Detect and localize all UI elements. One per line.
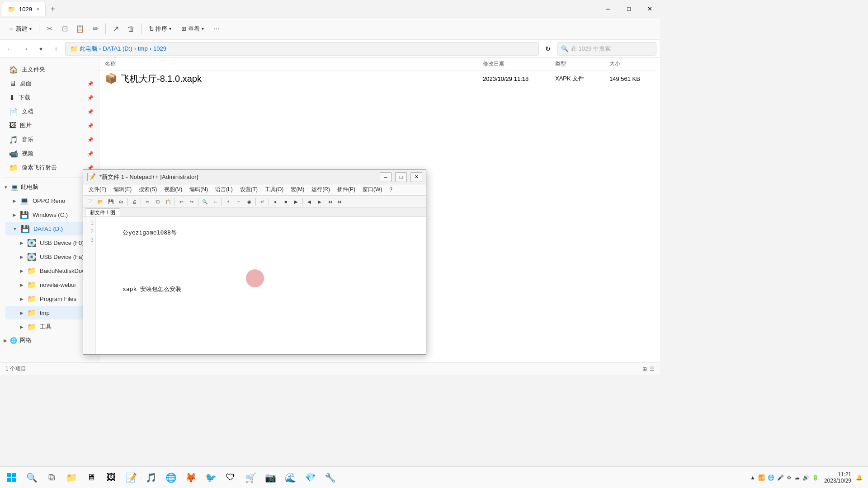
notepad-minimize-button[interactable]: ─	[380, 172, 392, 182]
notepad-close-button[interactable]: ✕	[410, 172, 422, 182]
browser5-button[interactable]: 💎	[302, 469, 318, 486]
menu-run[interactable]: 运行(R)	[308, 185, 334, 194]
notification-icon[interactable]: 🔔	[856, 474, 863, 481]
recent-button[interactable]: ▾	[34, 42, 47, 55]
onedrive-icon[interactable]: ☁	[794, 474, 800, 481]
np-save-all-tool[interactable]: 🗂	[116, 197, 126, 206]
word-button[interactable]: 📝	[123, 469, 139, 486]
delete-button[interactable]: 🗑	[124, 22, 138, 36]
np-macro2-tool[interactable]: ■	[281, 197, 291, 206]
sidebar-item-home[interactable]: 🏠 主文件夹	[2, 63, 97, 76]
minimize-button[interactable]: ─	[598, 0, 618, 18]
search-box[interactable]: 🔍 在 1029 中搜索	[557, 42, 656, 56]
path-computer[interactable]: 此电脑	[80, 45, 97, 53]
copy-button[interactable]: ⊡	[57, 22, 72, 36]
np-first-tool[interactable]: ⏮	[325, 197, 335, 206]
np-copy-tool[interactable]: ⊡	[153, 197, 163, 206]
sort-button[interactable]: ⇅ 排序 ▾	[144, 23, 176, 35]
np-macro1-tool[interactable]: ●	[270, 197, 280, 206]
sidebar-item-docs[interactable]: 📄 文档 📌	[2, 105, 97, 118]
volume-icon[interactable]: 🔊	[802, 474, 809, 481]
photos2-button[interactable]: 📷	[262, 469, 278, 486]
editor-content[interactable]: 公yezigame1088号 xapk 安装包怎么安装	[98, 217, 426, 305]
menu-language[interactable]: 语言(L)	[212, 185, 236, 194]
browser3-button[interactable]: 🐦	[203, 469, 219, 486]
close-button[interactable]: ✕	[639, 0, 660, 18]
sidebar-item-music[interactable]: 🎵 音乐 📌	[2, 133, 97, 146]
np-prev-tool[interactable]: ◀	[304, 197, 314, 206]
mic-icon[interactable]: 🎤	[777, 474, 784, 481]
settings-tray-icon[interactable]: ⚙	[787, 474, 792, 481]
notepad-maximize-button[interactable]: □	[395, 172, 407, 182]
notepad-tab-file1[interactable]: 新文件 1 图	[85, 208, 120, 216]
header-size[interactable]: 大小	[609, 60, 655, 68]
menu-macro[interactable]: 宏(M)	[287, 185, 308, 194]
np-find-tool[interactable]: 🔍	[200, 197, 210, 206]
sidebar-item-desktop[interactable]: 🖥 桌面 📌	[2, 77, 97, 90]
np-zoom-out-tool[interactable]: −	[234, 197, 244, 206]
np-zoom-in-tool[interactable]: +	[223, 197, 233, 206]
np-open-tool[interactable]: 📂	[95, 197, 105, 206]
sidebar-item-videos[interactable]: 📹 视频 📌	[2, 147, 97, 160]
np-new-tool[interactable]: 📄	[85, 197, 95, 206]
menu-view[interactable]: 视图(V)	[160, 185, 186, 194]
menu-settings[interactable]: 设置(T)	[236, 185, 261, 194]
header-name[interactable]: 名称	[105, 60, 483, 68]
path-drive[interactable]: DATA1 (D:)	[103, 45, 132, 52]
menu-window[interactable]: 窗口(W)	[359, 185, 386, 194]
view-list-icon[interactable]: ☰	[650, 366, 655, 372]
np-restore-zoom-tool[interactable]: ◉	[244, 197, 254, 206]
view-button[interactable]: ⊞ 查看 ▾	[177, 23, 208, 35]
view-grid-icon[interactable]: ⊞	[642, 366, 647, 372]
more-button[interactable]: ···	[209, 22, 224, 36]
cut-button[interactable]: ✂	[42, 22, 57, 36]
store-button[interactable]: 🛒	[242, 469, 259, 486]
sidebar-item-downloads[interactable]: ⬇ 下载 📌	[2, 91, 97, 104]
share-button[interactable]: ↗	[108, 22, 123, 36]
new-button[interactable]: ＋ 新建 ▾	[4, 23, 36, 35]
menu-edit[interactable]: 编辑(E)	[110, 185, 135, 194]
up-button[interactable]: ↑	[50, 42, 62, 55]
np-cut-tool[interactable]: ✂	[142, 197, 152, 206]
forward-button[interactable]: →	[19, 42, 32, 55]
rename-button[interactable]: ✏	[88, 22, 103, 36]
browser1-button[interactable]: 🌐	[163, 469, 179, 486]
start-button[interactable]	[4, 469, 20, 486]
header-date[interactable]: 修改日期	[483, 60, 555, 68]
battery-icon[interactable]: 🔋	[812, 474, 819, 481]
refresh-button[interactable]: ↻	[542, 42, 554, 55]
back-button[interactable]: ←	[4, 42, 16, 55]
maximize-button[interactable]: □	[618, 0, 639, 18]
np-print-tool[interactable]: 🖨	[129, 197, 139, 206]
paste-button[interactable]: 📋	[73, 22, 87, 36]
explorer-tab[interactable]: 📁 1029 ✕	[2, 2, 46, 16]
np-last-tool[interactable]: ⏭	[335, 197, 345, 206]
sidebar-item-pictures[interactable]: 🖼 图片 📌	[2, 119, 97, 132]
menu-tools[interactable]: 工具(O)	[261, 185, 287, 194]
app-button[interactable]: 🔧	[322, 469, 338, 486]
browser4-button[interactable]: 🌊	[282, 469, 298, 486]
menu-encode[interactable]: 编码(N)	[186, 185, 212, 194]
photos-button[interactable]: 🖼	[103, 469, 119, 486]
menu-search[interactable]: 搜索(S)	[135, 185, 160, 194]
np-undo-tool[interactable]: ↩	[176, 197, 186, 206]
network-tray-icon[interactable]: 🌐	[768, 474, 774, 481]
taskview-button[interactable]: ⧉	[43, 469, 60, 486]
header-type[interactable]: 类型	[555, 60, 609, 68]
np-next-tool[interactable]: ▶	[315, 197, 325, 206]
tab-close[interactable]: ✕	[36, 6, 40, 12]
menu-plugin[interactable]: 插件(P)	[334, 185, 359, 194]
taskbar-clock[interactable]: 11:21 2023/10/29	[824, 471, 851, 484]
np-redo-tool[interactable]: ↪	[187, 197, 197, 206]
np-macro3-tool[interactable]: ▶	[291, 197, 301, 206]
search-taskbar-button[interactable]: 🔍	[24, 469, 40, 486]
np-replace-tool[interactable]: ↔	[210, 197, 220, 206]
explorer-taskbar-button[interactable]: 📁	[63, 469, 80, 486]
terminal-button[interactable]: 🖥	[83, 469, 99, 486]
new-tab-button[interactable]: +	[46, 2, 60, 16]
menu-help[interactable]: ?	[386, 186, 396, 194]
np-paste-tool[interactable]: 📋	[163, 197, 173, 206]
address-path[interactable]: 📁 此电脑 › DATA1 (D:) › tmp › 1029	[65, 42, 539, 56]
tray-expand-icon[interactable]: ▲	[750, 474, 755, 481]
file-row[interactable]: 📦 飞机大厅-8.1.0.xapk 2023/10/29 11:18 XAPK …	[99, 70, 660, 87]
